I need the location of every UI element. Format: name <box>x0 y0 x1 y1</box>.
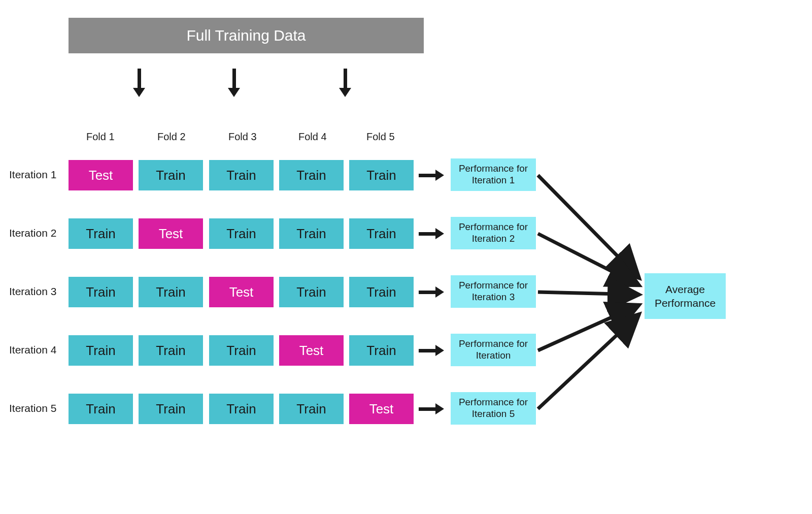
fold-header-2: Fold 2 <box>157 131 186 143</box>
fold-header-5: Fold 5 <box>366 131 395 143</box>
iteration-label-1: Iteration 1 <box>9 169 56 181</box>
cell-r1-c1: Test <box>69 160 133 190</box>
cell-r5-c5: Test <box>349 394 414 424</box>
right-arrow-icon <box>419 228 444 240</box>
cell-r1-c4: Train <box>279 160 344 190</box>
svg-line-3 <box>538 305 639 350</box>
cell-r2-c2: Test <box>139 218 203 249</box>
iteration-label-5: Iteration 5 <box>9 402 56 414</box>
cell-r4-c4: Test <box>279 335 344 366</box>
full-training-data-bar: Full Training Data <box>69 18 424 53</box>
performance-box-3: Performance for Iteration 3 <box>451 275 536 308</box>
svg-line-0 <box>538 175 639 278</box>
cell-r5-c4: Train <box>279 394 344 424</box>
cell-r2-c1: Train <box>69 218 133 249</box>
cell-r1-c2: Train <box>139 160 203 190</box>
iteration-label-2: Iteration 2 <box>9 227 56 239</box>
cell-r2-c3: Train <box>209 218 274 249</box>
cell-r4-c2: Train <box>139 335 203 366</box>
performance-box-2: Performance for Iteration 2 <box>451 217 536 249</box>
svg-line-2 <box>538 292 639 295</box>
fold-header-1: Fold 1 <box>86 131 115 143</box>
cell-r4-c5: Train <box>349 335 414 366</box>
fold-header-3: Fold 3 <box>228 131 257 143</box>
cell-r5-c2: Train <box>139 394 203 424</box>
down-arrow-icon <box>228 69 240 99</box>
cell-r5-c1: Train <box>69 394 133 424</box>
svg-line-1 <box>538 234 639 285</box>
fold-header-4: Fold 4 <box>298 131 327 143</box>
average-performance-box: Average Performance <box>645 273 726 319</box>
down-arrow-icon <box>133 69 145 99</box>
right-arrow-icon <box>419 286 444 298</box>
cell-r3-c3: Test <box>209 277 274 307</box>
cell-r2-c4: Train <box>279 218 344 249</box>
cell-r2-c5: Train <box>349 218 414 249</box>
cell-r3-c4: Train <box>279 277 344 307</box>
iteration-label-4: Iteration 4 <box>9 344 56 356</box>
down-arrow-icon <box>339 69 351 99</box>
performance-box-4: Performance for Iteration <box>451 334 536 366</box>
cell-r4-c3: Train <box>209 335 274 366</box>
right-arrow-icon <box>419 403 444 415</box>
full-training-data-label: Full Training Data <box>186 27 306 44</box>
cell-r3-c5: Train <box>349 277 414 307</box>
aggregation-arrows <box>0 0 812 514</box>
cell-r3-c2: Train <box>139 277 203 307</box>
svg-line-4 <box>538 314 639 409</box>
right-arrow-icon <box>419 169 444 181</box>
performance-box-1: Performance for Iteration 1 <box>451 158 536 191</box>
iteration-label-3: Iteration 3 <box>9 285 56 298</box>
cell-r1-c3: Train <box>209 160 274 190</box>
cell-r5-c3: Train <box>209 394 274 424</box>
performance-box-5: Performance for Iteration 5 <box>451 392 536 425</box>
cell-r1-c5: Train <box>349 160 414 190</box>
cell-r4-c1: Train <box>69 335 133 366</box>
right-arrow-icon <box>419 344 444 357</box>
cell-r3-c1: Train <box>69 277 133 307</box>
